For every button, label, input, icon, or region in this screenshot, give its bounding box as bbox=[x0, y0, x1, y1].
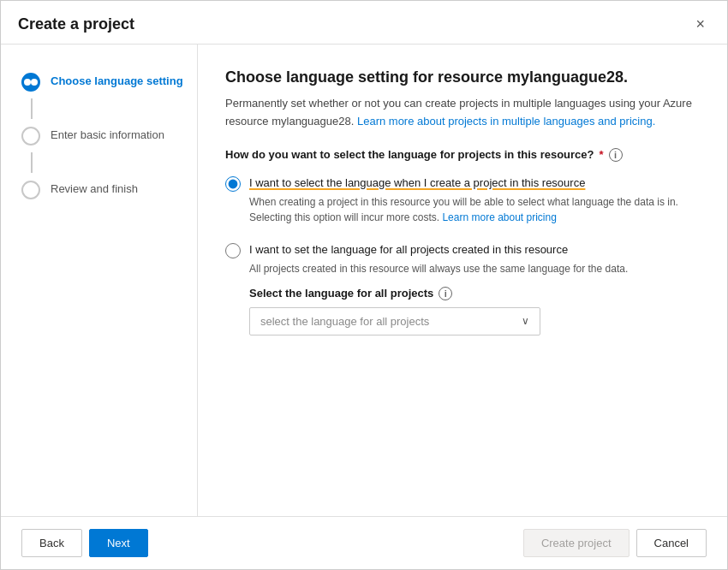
radio-option-2-group: I want to set the language for all proje… bbox=[225, 242, 700, 335]
dialog-body: Choose language setting Enter basic info… bbox=[1, 45, 727, 516]
description: Permanently set whether or not you can c… bbox=[225, 95, 700, 131]
radio-option-2: I want to set the language for all proje… bbox=[225, 242, 700, 276]
step-circle-2 bbox=[21, 127, 40, 145]
required-asterisk: * bbox=[600, 148, 604, 161]
step-label-choose-language: Choose language setting bbox=[51, 72, 183, 89]
back-button[interactable]: Back bbox=[21, 529, 82, 557]
main-content: Choose language setting for resource myl… bbox=[198, 45, 727, 516]
radio-description-1: When creating a project in this resource… bbox=[249, 194, 700, 225]
radio-input-2[interactable] bbox=[225, 243, 241, 258]
footer-left: Back Next bbox=[21, 529, 148, 557]
dialog-header: Create a project × bbox=[1, 1, 727, 45]
footer-right: Create project Cancel bbox=[523, 529, 707, 557]
radio-label-2: I want to set the language for all proje… bbox=[249, 242, 628, 258]
radio-description-2: All projects created in this resource wi… bbox=[249, 261, 628, 276]
radio-option-1: I want to select the language when I cre… bbox=[225, 175, 700, 225]
create-project-button: Create project bbox=[523, 529, 630, 557]
step-connector-1 bbox=[31, 98, 33, 119]
sub-option: Select the language for all projects i s… bbox=[249, 287, 700, 335]
language-dropdown[interactable]: select the language for all projects ∨ bbox=[249, 307, 540, 335]
radio-input-1[interactable] bbox=[225, 176, 241, 192]
dropdown-placeholder: select the language for all projects bbox=[260, 315, 429, 328]
cancel-button[interactable]: Cancel bbox=[636, 529, 707, 557]
create-project-dialog: Create a project × Choose language setti… bbox=[0, 0, 728, 570]
radio-label-group-1: I want to select the language when I cre… bbox=[249, 175, 700, 225]
close-button[interactable]: × bbox=[690, 15, 710, 33]
description-link[interactable]: Learn more about projects in multiple la… bbox=[357, 115, 655, 128]
radio-label-group-2: I want to set the language for all proje… bbox=[249, 242, 628, 276]
chevron-down-icon: ∨ bbox=[522, 315, 529, 327]
step-connector-2 bbox=[31, 152, 33, 173]
learn-more-pricing-link[interactable]: Learn more about pricing bbox=[442, 211, 556, 223]
step-label-review-finish: Review and finish bbox=[51, 180, 138, 197]
section-title: Choose language setting for resource myl… bbox=[225, 68, 700, 86]
radio-label-1: I want to select the language when I cre… bbox=[249, 175, 700, 191]
step-item-enter-basic[interactable]: Enter basic information bbox=[21, 119, 197, 152]
dialog-footer: Back Next Create project Cancel bbox=[1, 516, 727, 569]
dialog-title: Create a project bbox=[18, 15, 134, 33]
question-info-icon[interactable]: i bbox=[609, 148, 623, 162]
step-item-review-finish[interactable]: Review and finish bbox=[21, 173, 197, 206]
step-circle-3 bbox=[21, 181, 40, 199]
step-circle-1 bbox=[21, 73, 40, 92]
sub-label: Select the language for all projects i bbox=[249, 287, 700, 300]
sidebar: Choose language setting Enter basic info… bbox=[1, 45, 198, 516]
step-item-choose-language[interactable]: Choose language setting bbox=[21, 65, 197, 98]
step-label-enter-basic: Enter basic information bbox=[51, 126, 164, 143]
question-label: How do you want to select the language f… bbox=[225, 148, 700, 162]
next-button[interactable]: Next bbox=[89, 529, 148, 557]
sub-label-info-icon[interactable]: i bbox=[439, 287, 452, 300]
